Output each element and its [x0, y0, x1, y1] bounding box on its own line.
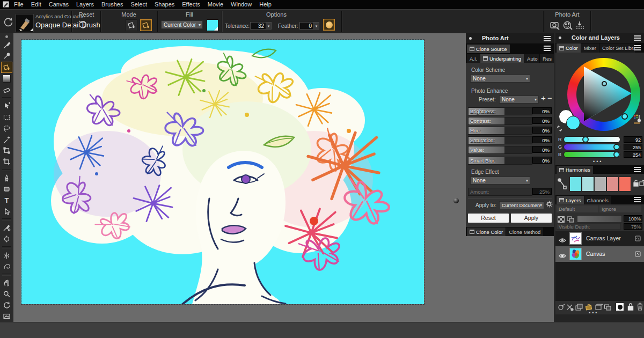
antialias-toggle-button[interactable]	[323, 19, 335, 31]
shape-selection-tool[interactable]	[0, 206, 13, 217]
hue-ring-selector[interactable]	[621, 113, 628, 120]
tab-layers[interactable]: Layers	[557, 196, 584, 204]
save-harmony-icon[interactable]	[639, 179, 644, 189]
menu-window[interactable]: Window	[227, 0, 255, 9]
tolerance-dropdown-arrow[interactable]: ▾	[266, 22, 272, 30]
navigator-icon[interactable]	[0, 311, 13, 322]
saturation-slider[interactable]: Saturation: 0%	[468, 136, 552, 144]
feather-dropdown-arrow[interactable]: ▾	[313, 22, 319, 30]
menu-edit[interactable]: Edit	[27, 0, 45, 9]
layer-thumbnail[interactable]	[569, 248, 582, 260]
divine-proportion-tool[interactable]	[0, 261, 13, 272]
tab-underpainting[interactable]: Underpainting	[480, 54, 524, 63]
crop-tool[interactable]	[0, 156, 13, 167]
menu-brushes[interactable]: Brushes	[98, 0, 127, 9]
photo-art-panel-header[interactable]: Photo Art	[466, 33, 554, 43]
harmony-swatch-5[interactable]	[619, 177, 631, 192]
smart-blur-slider[interactable]: Smart Blur: 0%	[468, 157, 552, 165]
grabber-hand-tool[interactable]	[0, 277, 13, 289]
brightness-slider[interactable]: Brightness: 0%	[468, 107, 552, 115]
photo-art-panel-menu-icon[interactable]	[544, 36, 551, 41]
mirror-painting-tool[interactable]	[0, 250, 13, 261]
apply-button[interactable]: Apply	[511, 214, 552, 223]
menu-help[interactable]: Help	[255, 0, 275, 9]
menu-canvas[interactable]: Canvas	[45, 0, 72, 9]
fill-cartoon-cel-mode-button[interactable]	[126, 19, 137, 31]
slider-value[interactable]: 0%	[532, 146, 552, 153]
harmony-swatch-4[interactable]	[606, 177, 619, 192]
slider-value[interactable]: 0%	[532, 157, 552, 164]
layer-adjuster-command-icon[interactable]	[566, 303, 574, 313]
edge-effect-dropdown[interactable]: None▾	[470, 177, 530, 185]
slider-value[interactable]: 0%	[532, 107, 552, 114]
harmony-type-icon[interactable]	[558, 178, 567, 192]
canvas-document[interactable]	[21, 40, 424, 304]
layer-name[interactable]: Canvas	[586, 251, 605, 257]
brush-variant-label[interactable]: Opaque Detail Brush	[35, 21, 100, 29]
red-slider[interactable]	[564, 136, 620, 143]
reset-brush-button[interactable]	[78, 20, 88, 32]
paint-bucket-tool[interactable]	[0, 62, 13, 73]
preset-add-button[interactable]: +	[541, 93, 546, 102]
color-tab-menu-icon[interactable]	[634, 45, 641, 50]
lasso-tool[interactable]	[0, 123, 13, 134]
layer-visibility-eye-icon[interactable]	[559, 251, 566, 261]
magnifier-tool[interactable]	[0, 289, 13, 300]
layer-adjuster-tool[interactable]	[0, 101, 13, 112]
brush-tool[interactable]	[0, 40, 13, 51]
delete-layer-icon[interactable]	[637, 303, 643, 313]
harmony-swatch-1[interactable]	[569, 177, 582, 192]
preset-dropdown[interactable]: None▾	[499, 95, 539, 104]
current-color-swatch[interactable]	[566, 116, 580, 130]
contrast-slider[interactable]: Contrast: 0%	[468, 117, 552, 125]
preset-remove-button[interactable]: −	[547, 93, 552, 102]
tab-auto-painting[interactable]: Auto	[524, 54, 539, 63]
transform-tool[interactable]	[0, 145, 13, 156]
photo-art-styles-icon[interactable]	[562, 20, 573, 32]
blue-value[interactable]: 254	[624, 151, 642, 158]
tab-channels[interactable]: Channels	[584, 196, 611, 204]
layer-name[interactable]: Canvas Layer	[586, 235, 621, 241]
clone-source-menu-icon[interactable]	[544, 46, 551, 51]
render-settings-gear-icon[interactable]	[545, 200, 553, 210]
tab-clone-method[interactable]: Clone Method	[506, 227, 543, 236]
layers-menu-icon[interactable]	[634, 197, 641, 202]
fill-image-mode-button[interactable]	[140, 19, 152, 31]
layer-opacity-value[interactable]: 100%	[624, 215, 642, 222]
new-layer-mask-icon[interactable]	[616, 303, 624, 311]
layer-row-canvas[interactable]: Canvas	[555, 246, 644, 262]
lock-layer-icon[interactable]	[627, 303, 634, 313]
harmony-swatch-2[interactable]	[582, 177, 594, 192]
tab-color-set-libraries[interactable]: Color Set Libraries	[599, 43, 635, 53]
tab-restoration[interactable]: Res	[540, 54, 554, 63]
pen-tool[interactable]	[0, 173, 13, 184]
tab-ai[interactable]: A.I.	[467, 54, 480, 63]
green-slider[interactable]	[564, 144, 620, 150]
hue-slider[interactable]: Hue: 0%	[468, 127, 552, 135]
menu-movie[interactable]: Movie	[204, 0, 227, 9]
slider-value[interactable]: 0%	[532, 117, 552, 124]
fill-mode-dropdown[interactable]: Current Color▾	[161, 20, 203, 29]
slider-value[interactable]: 0%	[532, 136, 552, 143]
red-value[interactable]: 92	[624, 136, 642, 143]
swap-colors-icon[interactable]	[557, 124, 562, 134]
tab-harmonies[interactable]: Harmonies	[557, 166, 593, 174]
rotate-page-tool[interactable]	[0, 300, 13, 311]
layer-thumbnail[interactable]	[569, 232, 582, 245]
photo-painting-icon[interactable]	[550, 20, 560, 32]
layer-opacity-slider[interactable]	[577, 215, 622, 223]
apply-to-dropdown[interactable]: Current Document▾	[499, 201, 544, 209]
menu-shapes[interactable]: Shapes	[151, 0, 178, 9]
menu-effects[interactable]: Effects	[178, 0, 203, 9]
green-value[interactable]: 255	[624, 144, 642, 150]
brush-refresh-icon[interactable]	[3, 17, 14, 30]
menu-select[interactable]: Select	[127, 0, 151, 9]
harmony-lock-icon[interactable]	[633, 179, 639, 189]
panel-resize-dots[interactable]: •••	[593, 159, 603, 164]
color-scheme-dropdown[interactable]: None▾	[470, 75, 530, 83]
color-layers-header[interactable]: Color and Layers	[555, 33, 644, 43]
cloner-tool[interactable]	[0, 222, 13, 233]
text-tool[interactable]: T	[0, 195, 13, 206]
dropper-tool[interactable]	[0, 51, 13, 62]
menu-file[interactable]: File	[10, 0, 27, 9]
